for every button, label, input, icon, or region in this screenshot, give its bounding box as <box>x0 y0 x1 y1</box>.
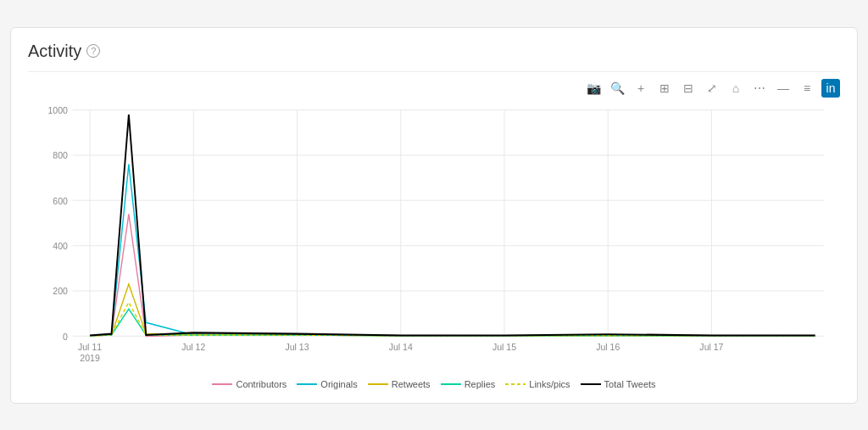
chart-svg: 02004006008001000Jul 112019Jul 12Jul 13J… <box>28 101 840 372</box>
svg-text:2019: 2019 <box>80 352 99 363</box>
dotted-icon[interactable]: ⋯ <box>750 79 769 98</box>
svg-text:600: 600 <box>53 195 68 206</box>
page-title: Activity <box>28 42 81 61</box>
legend-item-originals: Originals <box>297 379 357 389</box>
plus-icon[interactable]: + <box>632 79 650 98</box>
svg-text:Jul 16: Jul 16 <box>596 341 620 352</box>
legend-line <box>212 383 232 385</box>
legend-label: Links/pics <box>529 379 570 389</box>
chart-toolbar: 📷🔍+⊞⊟⤢⌂⋯—≡in <box>28 79 840 98</box>
line-icon[interactable]: — <box>774 79 793 98</box>
legend-item-total-tweets: Total Tweets <box>581 379 656 389</box>
legend-line <box>505 383 526 385</box>
legend-item-contributors: Contributors <box>212 379 287 389</box>
svg-text:400: 400 <box>53 240 68 251</box>
legend-label: Contributors <box>236 379 287 389</box>
zoom-in-box-icon[interactable]: ⊞ <box>655 79 674 98</box>
crosshair-icon[interactable]: ⤢ <box>703 79 721 98</box>
chart-legend: ContributorsOriginalsRetweetsRepliesLink… <box>28 379 840 389</box>
legend-item-replies: Replies <box>441 379 496 389</box>
svg-text:0: 0 <box>63 331 68 342</box>
camera-icon[interactable]: 📷 <box>584 79 603 98</box>
zoom-out-box-icon[interactable]: ⊟ <box>679 79 698 98</box>
linkedin-icon[interactable]: in <box>821 79 840 98</box>
legend-line <box>581 383 601 385</box>
svg-text:Jul 12: Jul 12 <box>181 341 205 352</box>
legend-line <box>368 383 388 385</box>
svg-text:Jul 14: Jul 14 <box>389 341 413 352</box>
svg-text:200: 200 <box>53 285 68 296</box>
activity-card: Activity ? 📷🔍+⊞⊟⤢⌂⋯—≡in 0200400600800100… <box>10 27 858 404</box>
svg-text:Jul 13: Jul 13 <box>285 341 309 352</box>
legend-item-links-pics: Links/pics <box>505 379 570 389</box>
svg-text:1000: 1000 <box>48 104 68 115</box>
legend-item-retweets: Retweets <box>368 379 431 389</box>
svg-text:800: 800 <box>53 149 68 160</box>
svg-text:Jul 17: Jul 17 <box>699 341 723 352</box>
card-header: Activity ? <box>28 42 840 72</box>
legend-label: Retweets <box>392 379 431 389</box>
svg-text:Jul 15: Jul 15 <box>492 341 516 352</box>
legend-label: Total Tweets <box>604 379 656 389</box>
menu-icon[interactable]: ≡ <box>798 79 816 98</box>
legend-label: Originals <box>320 379 357 389</box>
legend-label: Replies <box>465 379 496 389</box>
legend-line <box>441 383 461 385</box>
svg-text:Jul 11: Jul 11 <box>78 341 102 352</box>
help-icon[interactable]: ? <box>86 44 100 58</box>
home-icon[interactable]: ⌂ <box>726 79 745 98</box>
zoom-icon[interactable]: 🔍 <box>608 79 626 98</box>
chart-area: 02004006008001000Jul 112019Jul 12Jul 13J… <box>28 101 840 372</box>
legend-line <box>297 383 317 385</box>
